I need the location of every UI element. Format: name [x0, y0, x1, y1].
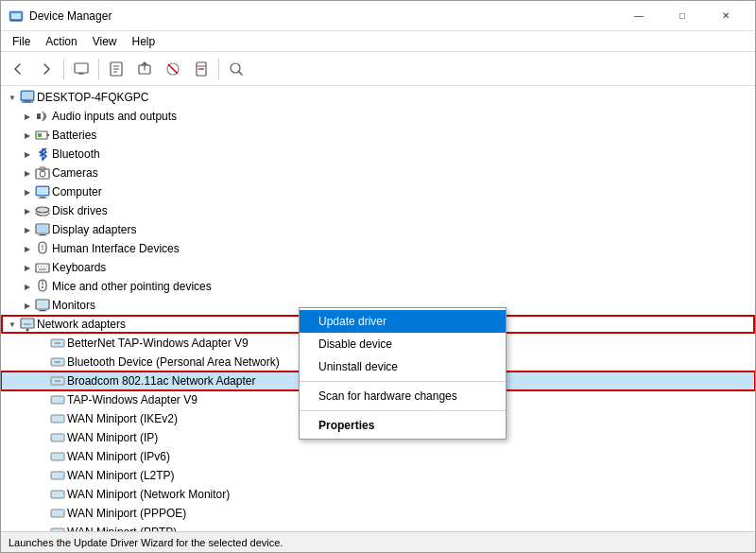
wan-l2tp-label: WAN Miniport (L2TP): [67, 469, 175, 482]
svg-rect-80: [52, 492, 63, 497]
tree-keyboards[interactable]: ▶ Keyboards: [1, 258, 755, 277]
toolbar-sep-3: [218, 59, 219, 79]
mice-expand[interactable]: ▶: [20, 279, 35, 294]
svg-rect-72: [52, 416, 63, 422]
svg-rect-22: [37, 113, 41, 119]
ctx-disable-device[interactable]: Disable device: [300, 333, 506, 355]
maximize-button[interactable]: □: [661, 1, 704, 31]
network-label: Network adapters: [37, 318, 126, 331]
broadcom-icon: [50, 373, 65, 389]
main-content: ▼ DESKTOP-4FQKGPC ▶: [1, 86, 755, 531]
menu-view[interactable]: View: [85, 32, 125, 51]
tree-wan-netmon[interactable]: ▶ WAN Miniport (Network Monitor): [1, 485, 755, 504]
menu-bar: File Action View Help: [1, 31, 755, 52]
svg-rect-30: [37, 187, 48, 195]
scan-button[interactable]: [223, 56, 249, 82]
close-button[interactable]: ✕: [704, 1, 747, 31]
tap-label: TAP-Windows Adapter V9: [67, 393, 198, 406]
network-icon: [20, 317, 35, 332]
computer-expand[interactable]: ▶: [20, 184, 35, 199]
batteries-expand[interactable]: ▶: [20, 128, 35, 143]
svg-rect-84: [52, 529, 63, 531]
menu-action[interactable]: Action: [38, 32, 84, 51]
svg-rect-24: [47, 134, 49, 136]
tree-cameras[interactable]: ▶ Cameras: [1, 164, 755, 182]
status-text: Launches the Update Driver Wizard for th…: [9, 537, 283, 548]
svg-rect-43: [36, 264, 49, 272]
wan-netmon-icon: [50, 487, 65, 502]
wan-pppoe-icon: [50, 506, 65, 521]
menu-help[interactable]: Help: [125, 32, 163, 51]
wan-ipv6-icon: [50, 449, 65, 464]
broadcom-label: Broadcom 802.11ac Network Adapter: [67, 374, 255, 388]
tree-computer[interactable]: ▶ Computer: [1, 182, 755, 201]
tree-audio[interactable]: ▶ Audio inputs and outputs: [1, 107, 755, 126]
root-label: DESKTOP-4FQKGPC: [37, 91, 148, 104]
btdevice-label: Bluetooth Device (Personal Area Network): [67, 355, 280, 369]
tree-wan-l2tp[interactable]: ▶ WAN Miniport (L2TP): [1, 466, 755, 485]
tree-wan-pptp[interactable]: ▶ WAN Miniport (PPTP): [1, 523, 755, 531]
svg-point-27: [40, 171, 45, 177]
minimize-button[interactable]: —: [617, 1, 661, 31]
computer-button[interactable]: [68, 56, 94, 82]
betternet-icon: [50, 336, 65, 351]
ctx-update-driver[interactable]: Update driver: [300, 310, 506, 333]
svg-rect-32: [38, 198, 47, 199]
svg-rect-76: [52, 454, 63, 459]
svg-point-35: [36, 207, 49, 213]
svg-rect-57: [22, 320, 33, 327]
window-icon: [9, 9, 24, 24]
root-expand-icon[interactable]: ▼: [5, 90, 20, 105]
svg-rect-74: [52, 435, 63, 441]
tree-mice[interactable]: ▶ Mice and other pointing devices: [1, 277, 755, 296]
tree-disk[interactable]: ▶ Disk drives: [1, 201, 755, 220]
computer-icon: [20, 90, 35, 105]
tree-batteries[interactable]: ▶ Batteries: [1, 126, 755, 145]
svg-point-42: [42, 249, 43, 251]
svg-rect-82: [52, 510, 63, 516]
ctx-properties[interactable]: Properties: [300, 414, 506, 437]
audio-label: Audio inputs and outputs: [52, 110, 177, 123]
svg-rect-2: [10, 20, 22, 22]
uninstall-button[interactable]: [188, 56, 215, 82]
ctx-uninstall-device[interactable]: Uninstall device: [300, 355, 506, 378]
update-driver-button[interactable]: [131, 56, 158, 82]
tree-wan-pppoe[interactable]: ▶ WAN Miniport (PPPOE): [1, 504, 755, 523]
tree-hid[interactable]: ▶ Human Interface Devices: [1, 239, 755, 258]
display-expand[interactable]: ▶: [20, 222, 35, 237]
tree-root[interactable]: ▼ DESKTOP-4FQKGPC: [1, 88, 755, 107]
disk-expand[interactable]: ▶: [20, 203, 35, 218]
cameras-expand[interactable]: ▶: [20, 165, 35, 181]
properties-button[interactable]: [103, 56, 129, 82]
bluetooth-expand[interactable]: ▶: [20, 147, 35, 162]
tree-wan-ipv6[interactable]: ▶ WAN Miniport (IPv6): [1, 447, 755, 466]
context-menu: Update driver Disable device Uninstall d…: [299, 307, 507, 440]
ctx-sep-1: [300, 381, 506, 382]
hid-expand[interactable]: ▶: [20, 241, 35, 256]
audio-icon: [35, 109, 50, 124]
keyboards-expand[interactable]: ▶: [20, 260, 35, 275]
toolbar-sep-2: [98, 59, 99, 79]
disable-button[interactable]: [160, 56, 186, 82]
wan-ip-icon: [50, 430, 65, 445]
keyboards-label: Keyboards: [52, 261, 106, 274]
svg-rect-21: [22, 102, 33, 103]
forward-button[interactable]: [33, 56, 60, 82]
ctx-scan-hardware[interactable]: Scan for hardware changes: [300, 385, 506, 407]
monitors-expand[interactable]: ▶: [20, 298, 35, 313]
tree-display[interactable]: ▶ Display adapters: [1, 220, 755, 239]
audio-expand[interactable]: ▶: [20, 109, 35, 124]
svg-line-12: [168, 64, 178, 74]
svg-rect-39: [38, 235, 47, 236]
menu-file[interactable]: File: [5, 32, 38, 51]
tap-icon: [50, 392, 65, 407]
svg-rect-19: [22, 92, 33, 99]
svg-rect-37: [37, 225, 48, 233]
tree-bluetooth[interactable]: ▶ Bluetooth: [1, 145, 755, 164]
ctx-sep-2: [300, 410, 506, 411]
cameras-label: Cameras: [52, 166, 98, 180]
back-button[interactable]: [5, 56, 31, 82]
network-expand[interactable]: ▼: [5, 317, 20, 332]
cameras-icon: [35, 165, 50, 181]
svg-rect-55: [38, 311, 47, 312]
